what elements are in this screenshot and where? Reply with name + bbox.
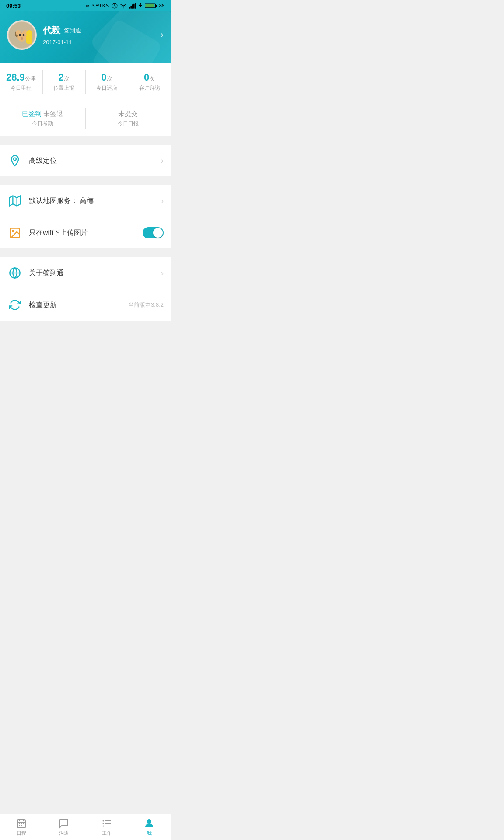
stats-row: 28.9公里 今日里程 2次 位置上报 0次 今日巡店 0次 客户拜访 xyxy=(0,63,171,101)
divider-2 xyxy=(0,181,171,185)
divider-1 xyxy=(0,140,171,145)
battery-level: 86 xyxy=(159,3,164,8)
menu-wifi-right xyxy=(143,227,164,238)
battery-icon xyxy=(145,3,157,9)
stat-location-number: 2 xyxy=(59,72,64,83)
stat-location: 2次 位置上报 xyxy=(43,70,86,94)
attend-report: 未提交 今日日报 xyxy=(86,108,171,129)
svg-point-17 xyxy=(23,34,25,36)
stat-location-unit: 次 xyxy=(64,75,70,82)
svg-point-26 xyxy=(12,230,14,232)
charging-icon xyxy=(138,3,143,9)
stat-patrol-number: 0 xyxy=(101,72,106,83)
menu-location-right: › xyxy=(161,156,164,165)
menu-item-location[interactable]: 高级定位 › xyxy=(0,145,171,176)
attend-report-label: 今日日报 xyxy=(86,120,171,127)
stat-visit-number: 0 xyxy=(144,72,149,83)
menu-item-update[interactable]: 检查更新 当前版本3.8.2 xyxy=(0,289,171,321)
version-text: 当前版本3.8.2 xyxy=(128,301,164,309)
map-arrow-icon: › xyxy=(161,196,164,206)
svg-marker-22 xyxy=(9,196,21,206)
stat-visit-label: 客户拜访 xyxy=(128,84,171,92)
status-time: 09:53 xyxy=(6,3,21,9)
wifi-icon xyxy=(120,3,127,9)
menu-section-3: 关于签到通 › 检查更新 当前版本3.8.2 xyxy=(0,257,171,321)
unsigned-status: 未签退 xyxy=(43,110,63,117)
image-icon xyxy=(7,225,23,241)
stat-location-label: 位置上报 xyxy=(43,84,85,92)
svg-rect-6 xyxy=(135,3,136,8)
about-arrow-icon: › xyxy=(161,269,164,278)
profile-header[interactable]: 代毅 签到通 2017-01-11 › xyxy=(0,11,171,63)
infinity-icon: ∞ xyxy=(86,3,90,8)
header-date: 2017-01-11 xyxy=(43,39,164,46)
location-arrow-icon: › xyxy=(161,156,164,165)
stat-mileage-label: 今日里程 xyxy=(0,84,42,92)
avatar xyxy=(7,20,37,50)
svg-rect-5 xyxy=(133,4,135,9)
signal-icon xyxy=(129,3,136,9)
refresh-icon xyxy=(7,297,23,313)
wifi-toggle[interactable] xyxy=(143,227,164,238)
svg-point-18 xyxy=(21,37,23,40)
attendance-row: 已签到 未签退 今日考勤 未提交 今日日报 xyxy=(0,101,171,136)
header-tag: 签到通 xyxy=(64,27,81,35)
attend-checkin: 已签到 未签退 今日考勤 xyxy=(0,108,86,129)
speed-indicator: 3.89 K/s xyxy=(91,3,109,8)
menu-item-about[interactable]: 关于签到通 › xyxy=(0,257,171,289)
toggle-knob xyxy=(153,228,163,238)
signed-status: 已签到 xyxy=(22,110,42,117)
menu-section-2: 默认地图服务： 高德 › 只在wifi下上传图片 xyxy=(0,185,171,248)
location-icon xyxy=(7,153,23,168)
svg-rect-2 xyxy=(129,7,130,9)
header-info: 代毅 签到通 2017-01-11 xyxy=(43,24,164,46)
stat-patrol: 0次 今日巡店 xyxy=(86,70,129,94)
menu-section-1: 高级定位 › xyxy=(0,145,171,176)
map-icon xyxy=(7,193,23,209)
status-right: ∞ 3.89 K/s 8 xyxy=(86,3,164,9)
menu-about-right: › xyxy=(161,269,164,278)
menu-map-right: › xyxy=(161,196,164,206)
header-arrow[interactable]: › xyxy=(161,29,164,41)
svg-point-1 xyxy=(123,7,124,8)
stat-mileage-number: 28.9 xyxy=(6,72,25,83)
menu-about-text: 关于签到通 xyxy=(29,269,161,278)
report-status: 未提交 xyxy=(118,110,138,117)
svg-point-16 xyxy=(19,34,21,36)
svg-rect-9 xyxy=(145,4,154,7)
globe-icon xyxy=(7,265,23,281)
stat-visit: 0次 客户拜访 xyxy=(128,70,171,94)
menu-wifi-text: 只在wifi下上传图片 xyxy=(29,228,143,238)
svg-rect-4 xyxy=(132,4,133,8)
divider-3 xyxy=(0,253,171,257)
clock-icon xyxy=(112,3,118,9)
stat-patrol-label: 今日巡店 xyxy=(86,84,128,92)
menu-map-text: 默认地图服务： 高德 xyxy=(29,196,161,206)
svg-point-21 xyxy=(14,158,16,161)
stat-patrol-unit: 次 xyxy=(107,75,112,82)
stat-mileage: 28.9公里 今日里程 xyxy=(0,70,43,94)
menu-update-right: 当前版本3.8.2 xyxy=(128,301,164,309)
svg-rect-8 xyxy=(155,5,157,7)
svg-point-20 xyxy=(26,30,32,36)
menu-location-text: 高级定位 xyxy=(29,156,161,165)
stat-visit-unit: 次 xyxy=(149,75,155,82)
stat-mileage-unit: 公里 xyxy=(25,75,36,82)
svg-rect-3 xyxy=(130,6,132,9)
menu-item-map[interactable]: 默认地图服务： 高德 › xyxy=(0,185,171,217)
menu-update-text: 检查更新 xyxy=(29,301,128,310)
menu-item-wifi[interactable]: 只在wifi下上传图片 xyxy=(0,217,171,248)
status-bar: 09:53 ∞ 3.89 K/s xyxy=(0,0,171,11)
attend-checkin-label: 今日考勤 xyxy=(0,120,85,127)
header-name: 代毅 签到通 xyxy=(43,24,164,36)
